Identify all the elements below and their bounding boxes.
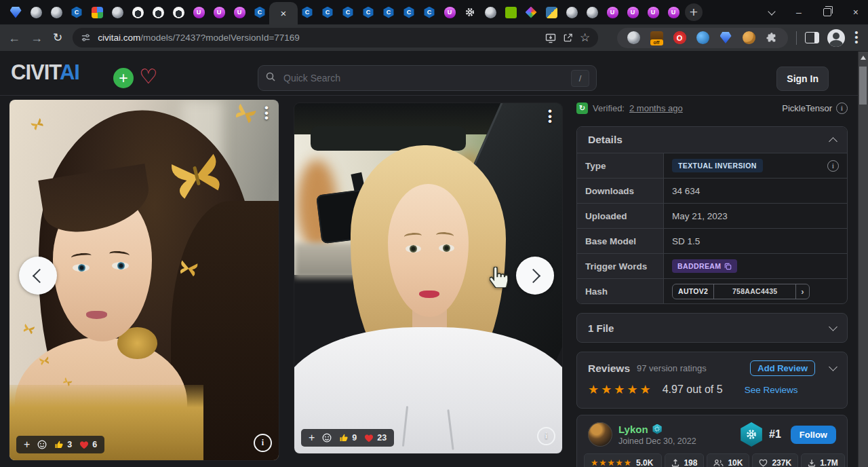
search-input[interactable] (282, 72, 565, 84)
bookmark-star-icon[interactable]: ☆ (580, 31, 590, 45)
pinned-tab[interactable] (50, 6, 62, 18)
pinned-tab[interactable]: C (71, 6, 83, 18)
hash-expand-icon[interactable]: › (795, 284, 809, 299)
pinned-tab[interactable]: U (233, 6, 245, 18)
sign-in-button[interactable]: Sign In (776, 67, 829, 91)
copy-icon[interactable] (724, 263, 732, 270)
close-button[interactable]: × (853, 7, 859, 18)
pinned-tab[interactable]: C (321, 6, 334, 18)
smiley-reaction-icon[interactable] (37, 440, 47, 449)
pinned-tab[interactable]: C (362, 6, 374, 18)
pinned-tab[interactable] (9, 6, 22, 18)
creator-name[interactable]: Lykon (618, 424, 696, 435)
puzzle-extension-icon[interactable] (765, 31, 778, 45)
gem-extension-icon[interactable] (719, 31, 732, 45)
format-info-icon[interactable]: i (836, 102, 848, 114)
creator-likes-stat[interactable]: 237K (752, 453, 798, 467)
browser-menu-icon[interactable]: ••• (853, 31, 860, 44)
restore-button[interactable] (823, 8, 831, 16)
thumbs-up-reaction[interactable]: 3 (54, 440, 72, 449)
verified-time-link[interactable]: 2 months ago (629, 103, 683, 113)
page-scrollbar[interactable] (858, 52, 868, 467)
pinned-tab[interactable]: C (254, 6, 266, 18)
pinned-tab[interactable] (111, 6, 123, 18)
install-icon[interactable] (545, 33, 556, 43)
site-info-icon[interactable] (81, 33, 91, 43)
heart-reaction[interactable]: 23 (364, 433, 387, 443)
pinned-tab[interactable]: U (443, 6, 456, 18)
smiley-reaction-icon[interactable] (322, 433, 332, 443)
new-tab-button[interactable]: + (685, 3, 703, 21)
cookie-extension-icon[interactable] (742, 31, 755, 45)
pinned-tab[interactable]: U (647, 6, 659, 18)
image-info-icon[interactable]: i (537, 427, 555, 445)
creator-followers-stat[interactable]: 10K (707, 453, 749, 467)
side-panel-icon[interactable] (805, 32, 819, 43)
blue-globe-extension-icon[interactable] (696, 31, 709, 45)
support-heart-icon[interactable]: ♡ (139, 67, 157, 87)
scroll-up-arrow-icon[interactable] (861, 56, 866, 60)
type-info-icon[interactable]: i (827, 160, 839, 172)
reload-icon[interactable]: ↻ (53, 32, 62, 43)
details-header[interactable]: Details (577, 127, 847, 153)
follow-button[interactable]: Follow (791, 426, 836, 444)
pinned-tab[interactable]: U (606, 6, 618, 18)
pinned-tab[interactable] (566, 6, 578, 18)
scrollbar-thumb[interactable] (859, 67, 867, 105)
creator-avatar[interactable] (588, 422, 612, 447)
image-menu-icon[interactable]: ••• (546, 109, 554, 124)
red-o-extension-icon[interactable]: O (673, 31, 686, 45)
add-reaction-button[interactable]: + (24, 439, 30, 450)
add-review-button[interactable]: Add Review (750, 360, 815, 376)
forward-icon[interactable]: → (31, 32, 43, 44)
civitai-logo[interactable]: CIVITAI (11, 60, 79, 85)
pinned-tab[interactable] (484, 6, 496, 18)
pinned-tab[interactable] (152, 6, 164, 18)
create-plus-button[interactable]: + (113, 68, 134, 88)
pinned-tab[interactable]: C (382, 6, 395, 18)
active-tab[interactable]: × (269, 2, 298, 24)
trigger-word-badge[interactable]: BADDREAM (672, 259, 737, 273)
pinned-tab[interactable]: C (342, 6, 354, 18)
creator-uploads-stat[interactable]: 198 (665, 453, 704, 467)
pinned-tab[interactable]: U (627, 6, 639, 18)
files-accordion[interactable]: 1 File (576, 313, 848, 343)
url-text[interactable]: civitai.com/models/72437?modelVersionId=… (98, 33, 300, 43)
image-info-icon[interactable]: i (254, 434, 272, 452)
address-bar[interactable]: civitai.com/models/72437?modelVersionId=… (73, 28, 598, 48)
creator-downloads-stat[interactable]: 1.7M (801, 453, 845, 467)
pinned-tab[interactable] (586, 6, 598, 18)
heart-reaction[interactable]: 6 (79, 440, 97, 449)
chevron-down-icon[interactable] (829, 362, 837, 371)
carousel-next-button[interactable] (516, 257, 554, 295)
globe-extension-icon[interactable] (627, 31, 640, 45)
tab-close-icon[interactable]: × (281, 8, 287, 18)
pinned-tab[interactable]: C (301, 6, 313, 18)
pinned-tab[interactable] (132, 6, 144, 18)
thumbs-up-reaction[interactable]: 9 (339, 433, 357, 443)
pinned-tab[interactable] (464, 6, 476, 18)
tab-search-icon[interactable] (769, 11, 774, 14)
pinned-tab[interactable] (525, 6, 537, 18)
image-menu-icon[interactable]: ••• (262, 105, 271, 121)
pinned-tab[interactable] (545, 6, 557, 18)
hash-pill[interactable]: AUTOV2 758AAC4435 › (672, 284, 810, 299)
pinned-tab[interactable] (505, 6, 517, 18)
see-reviews-link[interactable]: See Reviews (745, 385, 798, 395)
pinned-tab[interactable]: U (193, 6, 205, 18)
pinned-tab[interactable] (172, 6, 184, 18)
share-icon[interactable] (563, 33, 573, 43)
pinned-tab[interactable] (91, 6, 103, 18)
pinned-tab[interactable]: C (403, 6, 415, 18)
off-badge-extension-icon[interactable] (650, 31, 663, 45)
creator-rating-stat[interactable]: ★★★★★ 5.0K (584, 453, 662, 467)
hash-value[interactable]: 758AAC4435 (713, 284, 795, 299)
search-bar[interactable]: / (258, 65, 597, 91)
carousel-prev-button[interactable] (19, 257, 57, 295)
add-reaction-button[interactable]: + (309, 432, 315, 443)
pinned-tab[interactable]: U (667, 6, 679, 18)
back-icon[interactable]: ← (8, 32, 20, 44)
pinned-tab[interactable]: U (213, 6, 225, 18)
minimize-button[interactable]: – (796, 7, 802, 18)
pinned-tab[interactable] (30, 6, 42, 18)
